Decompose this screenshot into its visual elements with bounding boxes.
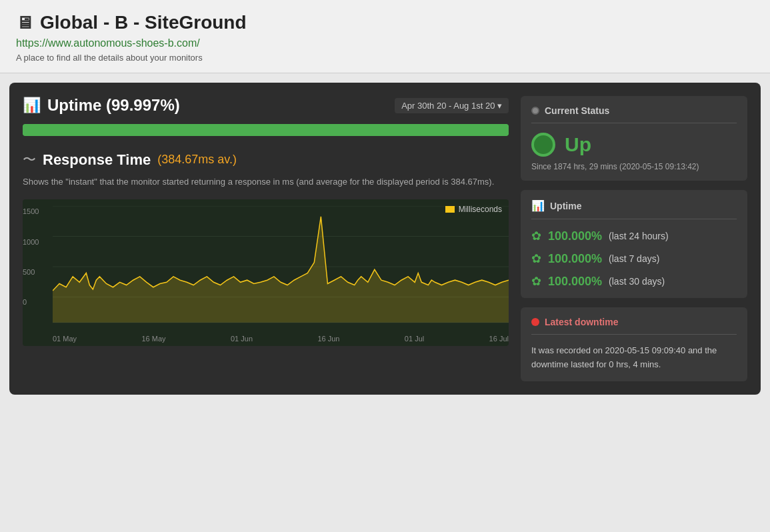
uptime-header: 📊 Uptime (99.997%) Apr 30th 20 - Aug 1st… (23, 96, 509, 115)
uptime-stats-card: 📊 Uptime ✿ 100.000% (last 24 hours) ✿ 10… (521, 190, 747, 298)
y-label-1000: 1000 (23, 238, 39, 246)
star-icon-30d: ✿ (531, 274, 541, 289)
uptime-row-24h: ✿ 100.000% (last 24 hours) (531, 229, 737, 243)
uptime-row-30d: ✿ 100.000% (last 30 days) (531, 274, 737, 289)
current-status-header: Current Status (531, 105, 737, 123)
uptime-progress-bar (23, 124, 509, 136)
uptime-progress-fill (23, 124, 509, 136)
star-icon-24h: ✿ (531, 229, 541, 243)
status-up-circle (531, 133, 555, 157)
x-label-16jun: 16 Jun (317, 335, 339, 343)
chart-legend: Milliseconds (445, 205, 502, 214)
status-header-dot (531, 107, 539, 115)
chart-x-axis: 01 May 16 May 01 Jun 16 Jun 01 Jul 16 Ju… (53, 335, 509, 343)
legend-color-box (445, 206, 455, 213)
bar-chart-icon: 📊 (23, 97, 41, 114)
response-time-avg: (384.67ms av.) (157, 153, 237, 167)
x-label-16jul: 16 Jul (489, 335, 509, 343)
latest-downtime-card: Latest downtime It was recorded on 2020-… (521, 307, 747, 381)
svg-marker-5 (53, 216, 509, 322)
legend-label: Milliseconds (459, 205, 502, 214)
status-since-text: Since 1874 hrs, 29 mins (2020-05-15 09:1… (531, 162, 737, 171)
downtime-dot (531, 318, 539, 326)
uptime-title: 📊 Uptime (99.997%) (23, 96, 180, 115)
uptime-stats-header: 📊 Uptime (531, 199, 737, 219)
page-header: 🖥 Global - B - SiteGround https://www.au… (0, 0, 770, 73)
response-time-icon: 〜 (23, 151, 36, 169)
left-panel: 📊 Uptime (99.997%) Apr 30th 20 - Aug 1st… (23, 96, 509, 381)
page-title: 🖥 Global - B - SiteGround (16, 12, 754, 33)
uptime-period-24h: (last 24 hours) (609, 231, 668, 241)
chart-svg (53, 206, 509, 326)
date-range-selector[interactable]: Apr 30th 20 - Aug 1st 20 ▾ (395, 98, 509, 113)
uptime-bar-icon: 📊 (531, 199, 545, 212)
x-label-01jun: 01 Jun (231, 335, 253, 343)
response-time-description: Shows the "instant" that the monitor sta… (23, 175, 509, 189)
site-url[interactable]: https://www.autonomous-shoes-b.com/ (16, 37, 754, 49)
uptime-pct-7d: 100.000% (548, 252, 602, 266)
x-label-01jul: 01 Jul (405, 335, 424, 343)
status-up-text: Up (565, 133, 591, 156)
uptime-period-7d: (last 7 days) (609, 253, 659, 264)
right-panel: Current Status Up Since 1874 hrs, 29 min… (521, 96, 747, 381)
downtime-description: It was recorded on 2020-05-15 09:09:40 a… (531, 344, 737, 372)
star-icon-7d: ✿ (531, 251, 541, 266)
monitor-icon: 🖥 (16, 13, 33, 33)
status-up-row: Up (531, 133, 737, 157)
latest-downtime-header: Latest downtime (531, 317, 737, 335)
uptime-period-30d: (last 30 days) (609, 276, 665, 287)
uptime-pct-30d: 100.000% (548, 275, 602, 289)
x-label-16may: 16 May (141, 335, 165, 343)
y-label-0: 0 (23, 298, 27, 306)
y-label-1500: 1500 (23, 207, 39, 215)
header-subtitle: A place to find all the details about yo… (16, 53, 203, 63)
uptime-row-7d: ✿ 100.000% (last 7 days) (531, 251, 737, 266)
response-time-chart: 1500 1000 500 0 Milliseconds (23, 199, 509, 346)
uptime-pct-24h: 100.000% (548, 229, 602, 243)
response-time-header: 〜 Response Time (384.67ms av.) (23, 151, 509, 169)
main-container: 📊 Uptime (99.997%) Apr 30th 20 - Aug 1st… (9, 83, 761, 395)
x-label-01may: 01 May (53, 335, 77, 343)
response-time-title: Response Time (43, 151, 151, 169)
current-status-card: Current Status Up Since 1874 hrs, 29 min… (521, 96, 747, 181)
y-label-500: 500 (23, 268, 35, 276)
